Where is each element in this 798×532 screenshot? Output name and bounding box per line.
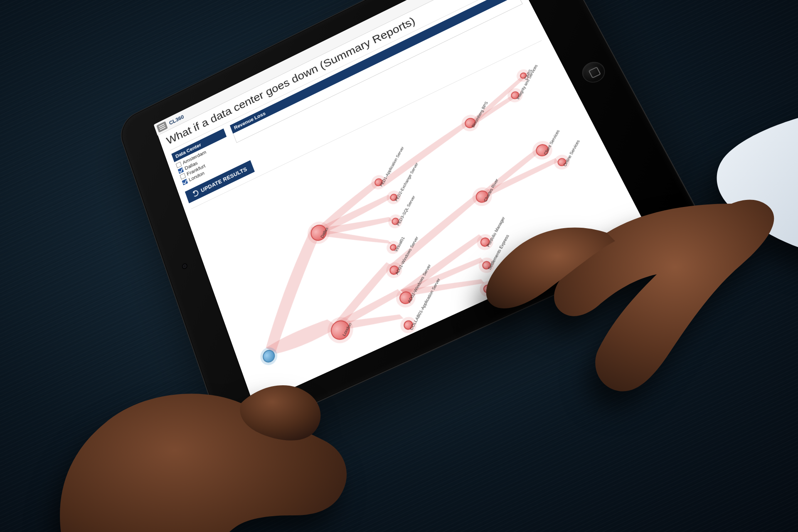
tablet-device: CL360 What if a data center goes down (S… xyxy=(116,0,707,444)
refresh-icon xyxy=(192,190,199,198)
checkbox-icon[interactable] xyxy=(182,179,188,185)
menu-icon[interactable] xyxy=(156,121,168,133)
